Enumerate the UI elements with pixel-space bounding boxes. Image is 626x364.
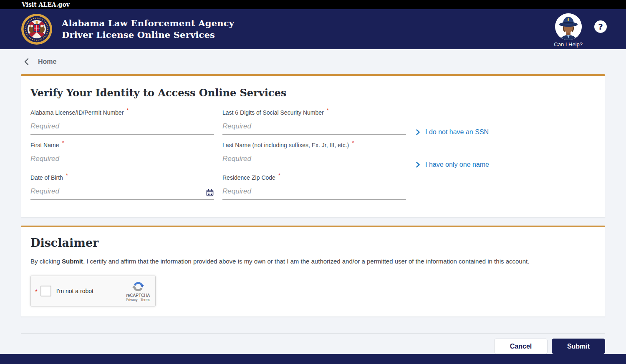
recaptcha-terms-link[interactable]: Terms [141,298,150,302]
required-asterisk: * [327,107,329,113]
recaptcha-branding: reCAPTCHA Privacy - Terms [126,280,150,302]
page: Visit ALEA.gov Alabama Law Enforcement A… [0,0,626,364]
identity-verification-card: Verify Your Identity to Access Online Se… [21,74,605,218]
last-name-field: Last Name (not including suffixes, Ex. J… [222,141,406,174]
required-asterisk: * [66,172,68,178]
back-chevron-icon[interactable] [24,58,29,65]
license-number-input[interactable] [30,120,214,134]
help-icon[interactable]: ? [594,20,607,33]
app-title-line2: Driver License Online Services [62,29,234,41]
disclaimer-text: By clicking Submit, I certify and affirm… [30,258,596,265]
disclaimer-text-prefix: By clicking [30,258,62,265]
required-asterisk: * [62,140,64,146]
dob-input[interactable] [30,185,214,199]
app-header: Alabama Law Enforcement Agency Driver Li… [0,9,626,49]
form-row-1: Alabama License/ID/Permit Number* Last 6… [30,109,596,141]
required-asterisk: * [126,107,129,113]
license-number-label: Alabama License/ID/Permit Number [30,109,124,116]
zip-code-field: Residence Zip Code* [222,174,406,206]
footer-bar [0,354,626,364]
top-utility-bar: Visit ALEA.gov [0,0,626,9]
trooper-avatar[interactable] [555,13,582,40]
actions-row: Cancel Submit [0,334,626,354]
trooper-avatar-icon [555,13,582,40]
breadcrumb-home-link[interactable]: Home [38,58,56,65]
required-asterisk: * [352,140,354,146]
cancel-button[interactable]: Cancel [494,339,548,354]
recaptcha-links-separator: - [137,298,140,302]
disclaimer-text-suffix: , I certify and affirm that the informat… [83,258,529,265]
header-right: Can I Help? ? [554,11,607,48]
no-ssn-link[interactable]: I do not have an SSN [416,128,489,136]
dob-field: Date of Birth* [30,174,214,206]
alea-seal-logo [21,13,53,45]
recaptcha-checkbox-label: I'm not a robot [56,288,93,294]
dob-label: Date of Birth [30,174,63,181]
disclaimer-title: Disclaimer [30,236,596,249]
app-title-line1: Alabama Law Enforcement Agency [62,18,234,29]
form-row-2: First Name* Last Name (not including suf… [30,141,596,174]
zip-code-input[interactable] [222,185,406,199]
disclaimer-text-bold: Submit [62,258,83,265]
first-name-input[interactable] [30,152,214,167]
license-number-field: Alabama License/ID/Permit Number* [30,109,214,141]
visit-alea-link[interactable]: Visit ALEA.gov [22,1,70,8]
help-assistant-button[interactable]: Can I Help? [554,13,583,48]
chevron-right-icon [416,162,420,168]
required-asterisk: * [35,288,38,295]
ssn-last6-label: Last 6 Digits of Social Security Number [222,109,324,116]
zip-code-label: Residence Zip Code [222,174,275,181]
first-name-label: First Name [30,142,59,148]
page-title: Verify Your Identity to Access Online Se… [30,87,596,99]
required-asterisk: * [278,172,280,178]
app-title: Alabama Law Enforcement Agency Driver Li… [62,18,234,41]
recaptcha-checkbox[interactable] [40,286,51,296]
ssn-last6-input[interactable] [222,120,406,134]
form-row-3: Date of Birth* [30,174,596,206]
last-name-label: Last Name (not including suffixes, Ex. J… [222,142,349,148]
one-name-link-label[interactable]: I have only one name [425,161,489,168]
chevron-right-icon [416,129,420,135]
recaptcha-brand-label: reCAPTCHA [126,293,150,298]
submit-button[interactable]: Submit [552,339,605,354]
recaptcha-widget: * I'm not a robot reCAPTCHA Privacy - Te… [30,276,156,306]
calendar-icon[interactable] [206,189,214,196]
first-name-field: First Name* [30,141,214,174]
help-assistant-label: Can I Help? [554,41,583,48]
last-name-input[interactable] [222,152,406,167]
breadcrumb[interactable]: Home [0,49,626,74]
recaptcha-links: Privacy - Terms [126,298,150,302]
one-name-link[interactable]: I have only one name [416,161,489,168]
disclaimer-card: Disclaimer By clicking Submit, I certify… [21,226,605,317]
no-ssn-link-label[interactable]: I do not have an SSN [425,128,489,136]
recaptcha-privacy-link[interactable]: Privacy [126,298,138,302]
question-mark-glyph: ? [598,22,603,32]
ssn-last6-field: Last 6 Digits of Social Security Number* [222,109,406,141]
recaptcha-logo-icon [132,280,144,293]
